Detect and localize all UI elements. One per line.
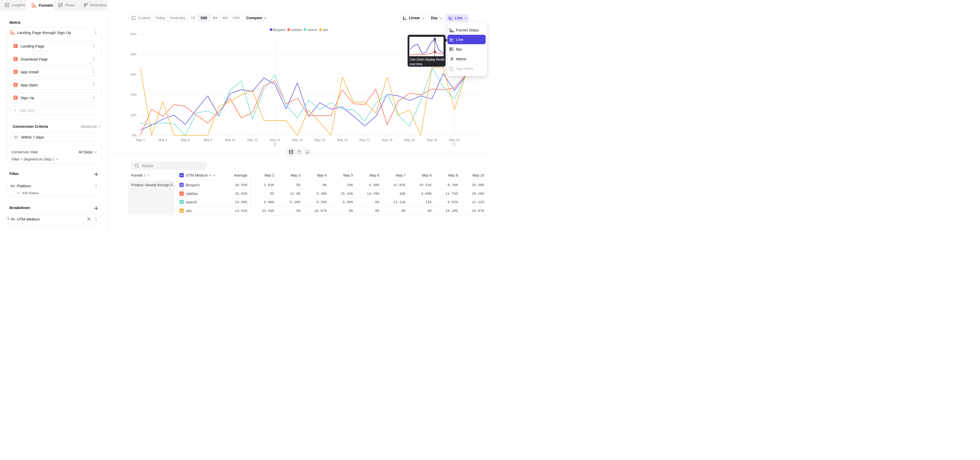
- svg-text:50%: 50%: [130, 32, 137, 36]
- svg-text:1: 1: [454, 142, 455, 145]
- svg-text:20%: 20%: [130, 93, 137, 97]
- svg-text:30%: 30%: [130, 73, 137, 77]
- svg-text:May 14: May 14: [270, 138, 280, 142]
- svg-text:May 12: May 12: [247, 138, 258, 142]
- svg-text:10%: 10%: [130, 113, 137, 117]
- svg-text:May 26: May 26: [404, 138, 415, 142]
- svg-text:May 16: May 16: [292, 138, 303, 142]
- svg-text:May 6: May 6: [181, 138, 189, 142]
- svg-text:May 4: May 4: [159, 138, 167, 142]
- svg-text:0%: 0%: [132, 134, 137, 137]
- svg-text:May 28: May 28: [427, 138, 437, 142]
- svg-text:May 2: May 2: [136, 138, 145, 142]
- svg-text:May 20: May 20: [337, 138, 348, 142]
- svg-text:May 18: May 18: [315, 138, 325, 142]
- svg-text:May 10: May 10: [225, 138, 235, 142]
- svg-text:May 30: May 30: [449, 138, 460, 142]
- svg-text:1: 1: [274, 142, 275, 145]
- svg-text:May 8: May 8: [204, 138, 212, 142]
- svg-text:May 22: May 22: [360, 138, 370, 142]
- svg-text:40%: 40%: [130, 53, 137, 56]
- svg-text:May 24: May 24: [382, 138, 392, 142]
